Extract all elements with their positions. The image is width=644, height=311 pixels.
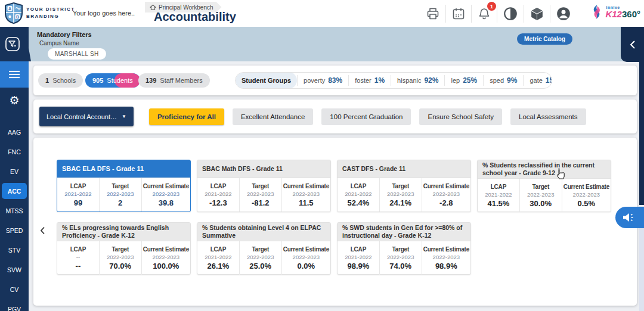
- district-name: YOUR DISTRICT BRANDING: [26, 6, 75, 20]
- sidebar-item-sped[interactable]: SPED: [0, 220, 29, 240]
- notifications-bell-icon[interactable]: 1: [471, 5, 497, 23]
- user-avatar-icon[interactable]: [550, 5, 577, 23]
- goal-tab-graduation[interactable]: 100 Percent Graduation: [321, 108, 411, 125]
- left-sidebar: ⚙ AAG FNC EV ACC MTSS SPED STV SVW CV PG…: [0, 27, 29, 311]
- metric-card-els-progress[interactable]: % ELs progressing towards English Profic…: [57, 222, 191, 275]
- metric-catalog-button[interactable]: Metric Catalog: [517, 33, 572, 45]
- group-poverty[interactable]: poverty83%: [297, 75, 348, 86]
- calendar-icon[interactable]: [445, 5, 471, 23]
- hamburger-icon: [8, 70, 20, 79]
- metric-card-row-2: % ELs progressing towards English Profic…: [57, 222, 471, 275]
- settings-gear-icon[interactable]: ⚙: [0, 94, 29, 107]
- group-sped[interactable]: sped9%: [483, 75, 523, 86]
- group-gate[interactable]: gate15%: [523, 75, 552, 86]
- filter-panel-block[interactable]: [0, 27, 31, 61]
- chevron-left-icon: [40, 226, 45, 235]
- group-lep[interactable]: lep25%: [444, 75, 483, 86]
- apps-cube-icon[interactable]: [524, 5, 550, 23]
- menu-toggle[interactable]: [0, 61, 29, 88]
- sidebar-item-acc[interactable]: ACC: [2, 183, 27, 199]
- metric-card-sbac-ela[interactable]: SBAC ELA DFS - Grade 11 LCAP2021-202299 …: [57, 160, 191, 212]
- goal-tab-local-assessments[interactable]: Local Assessments: [510, 108, 586, 125]
- principal-workbench-screen: A B YOUR DISTRICT BRANDING Your logo goe…: [0, 0, 644, 311]
- students-count-pill[interactable]: 905 Students: [85, 73, 140, 88]
- filter-icon: [5, 36, 20, 52]
- collapse-panel-toggle[interactable]: [621, 27, 644, 62]
- print-icon[interactable]: [420, 5, 445, 23]
- campus-filter-chip[interactable]: MARSHALL SH: [48, 48, 106, 60]
- metric-card-cast[interactable]: CAST DFS - Grade 11 LCAP2021-202252.4% T…: [337, 160, 471, 212]
- chevron-down-icon: ▼: [122, 114, 126, 119]
- top-bar: A B YOUR DISTRICT BRANDING Your logo goe…: [0, 0, 644, 27]
- mandatory-filter-bar: Mandatory Filters Campus Name MARSHALL S…: [0, 27, 644, 61]
- sidebar-item-svw[interactable]: SVW: [0, 260, 29, 279]
- svg-text:A: A: [8, 7, 11, 11]
- metric-card-swd-gen-ed[interactable]: % SWD students in Gen Ed for >=80% of in…: [337, 222, 471, 275]
- logo-placeholder-text: Your logo goes here..: [73, 10, 135, 17]
- group-hispanic[interactable]: hispanic92%: [391, 75, 444, 86]
- theme-contrast-icon[interactable]: [497, 5, 524, 23]
- metric-card-reclassified[interactable]: % Students reclassified in the current s…: [477, 160, 611, 212]
- sidebar-item-cv[interactable]: CV: [0, 279, 29, 299]
- innive-swirl-icon: [590, 4, 603, 20]
- goal-buttons-row: Local Control Account… ▼ Proficiency for…: [39, 107, 586, 126]
- speaker-icon: [623, 212, 634, 223]
- right-scroll-strip[interactable]: [639, 228, 644, 311]
- group-foster[interactable]: foster1%: [348, 75, 391, 86]
- summary-stats-panel: 1 Schools 905 Students 139 Staff Members…: [33, 66, 637, 95]
- goal-tab-proficiency[interactable]: Proficiency for All: [149, 108, 224, 125]
- sidebar-item-stv[interactable]: STV: [0, 240, 29, 260]
- student-groups-label: Student Groups: [236, 72, 297, 89]
- carousel-previous-button[interactable]: [38, 225, 47, 237]
- metric-card-elpac-level4[interactable]: % Students obtaining Level 4 on ELPAC Su…: [197, 222, 331, 275]
- metric-card-sbac-math[interactable]: SBAC Math DFS - Grade 11 LCAP2021-2022-1…: [197, 160, 331, 212]
- district-shield-icon: A B: [5, 2, 23, 24]
- metric-cards-panel: SBAC ELA DFS - Grade 11 LCAP2021-202299 …: [33, 138, 637, 306]
- student-groups-bar: Student Groups poverty83% foster1% hispa…: [235, 72, 552, 89]
- mandatory-filters-label: Mandatory Filters: [37, 31, 92, 38]
- goal-tab-attendance[interactable]: Excellent Attendance: [233, 108, 313, 125]
- staff-count-pill[interactable]: 139 Staff Members: [138, 73, 210, 88]
- sidebar-item-mtss[interactable]: MTSS: [0, 201, 29, 220]
- home-icon: [150, 4, 156, 11]
- district-brand: A B YOUR DISTRICT BRANDING: [5, 2, 75, 24]
- page-title: Accountability: [154, 10, 236, 24]
- chevron-left-icon: [629, 40, 636, 49]
- metric-card-row-1: SBAC ELA DFS - Grade 11 LCAP2021-202299 …: [57, 160, 611, 212]
- top-icon-bar: 1: [420, 4, 577, 24]
- sidebar-item-aag[interactable]: AAG: [0, 122, 29, 142]
- goal-tab-safety[interactable]: Ensure School Safety: [419, 108, 502, 125]
- announcements-tab[interactable]: [615, 207, 644, 228]
- goal-dropdown[interactable]: Local Control Account… ▼: [39, 107, 134, 126]
- schools-count-pill[interactable]: 1 Schools: [38, 73, 83, 88]
- campus-name-label: Campus Name: [39, 40, 79, 46]
- sidebar-item-pgv[interactable]: PGV: [0, 299, 29, 311]
- sidebar-nav: AAG FNC EV ACC MTSS SPED STV SVW CV PGV: [0, 122, 29, 311]
- svg-text:B: B: [16, 15, 19, 19]
- goal-tabs-panel: Local Control Account… ▼ Proficiency for…: [33, 99, 637, 133]
- sidebar-item-fnc[interactable]: FNC: [0, 142, 29, 161]
- sidebar-item-ev[interactable]: EV: [0, 161, 29, 181]
- collapsed-panel-edge: [639, 62, 644, 205]
- innive-k12-logo: innive K12 360°: [590, 4, 640, 20]
- notification-badge: 1: [487, 2, 496, 11]
